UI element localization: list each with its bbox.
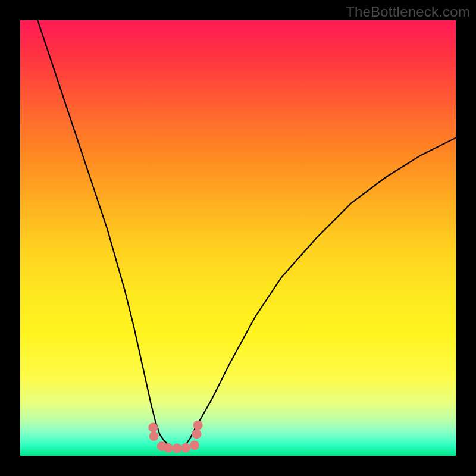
- curve-right-branch: [177, 138, 456, 448]
- marker-group: [148, 421, 202, 453]
- valley-marker: [164, 443, 173, 453]
- series-group: [37, 20, 456, 448]
- valley-marker: [149, 431, 159, 441]
- valley-marker: [181, 443, 190, 453]
- plot-area: [20, 20, 456, 456]
- valley-marker: [192, 429, 201, 439]
- curve-left-branch: [37, 20, 177, 448]
- chart-frame: TheBottleneck.com: [0, 0, 476, 476]
- valley-marker: [190, 440, 199, 450]
- watermark-text: TheBottleneck.com: [346, 4, 470, 20]
- valley-marker: [193, 421, 203, 430]
- valley-marker: [173, 444, 182, 453]
- valley-marker: [148, 422, 158, 432]
- chart-svg: [20, 20, 456, 456]
